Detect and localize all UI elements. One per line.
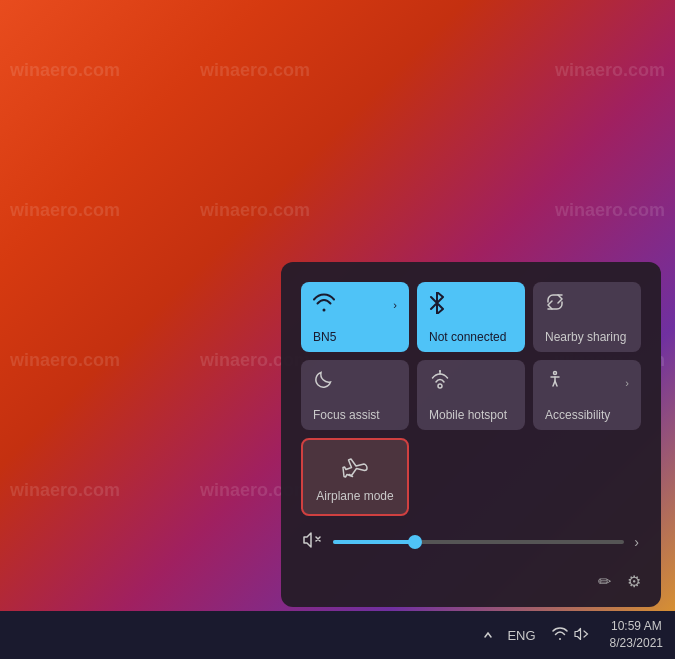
volume-row: ›: [301, 532, 641, 552]
bluetooth-icon: [429, 292, 445, 319]
settings-icon[interactable]: ⚙: [627, 572, 641, 591]
volume-expand-icon[interactable]: ›: [634, 534, 639, 550]
volume-thumb: [408, 535, 422, 549]
tile-focus-icon-row: [313, 370, 397, 395]
airplane-content: Airplane mode: [316, 453, 393, 503]
system-tray-chevron[interactable]: [477, 611, 499, 659]
wifi-chevron-icon[interactable]: ›: [393, 299, 397, 311]
qs-tile-grid: › BN5 Not connected: [301, 282, 641, 430]
accessibility-icon: [545, 370, 565, 395]
nearby-sharing-icon: [545, 292, 565, 317]
tile-nearby-sharing-label: Nearby sharing: [545, 330, 626, 344]
hotspot-icon: [429, 370, 451, 395]
taskbar-date: 8/23/2021: [610, 635, 663, 652]
tile-nearby-sharing[interactable]: Nearby sharing: [533, 282, 641, 352]
tile-nearby-icon-row: [545, 292, 629, 317]
taskbar-clock[interactable]: 10:59 AM 8/23/2021: [598, 611, 675, 659]
tile-bluetooth-label: Not connected: [429, 330, 506, 344]
volume-slider-container: [333, 540, 624, 544]
quick-settings-panel: › BN5 Not connected: [281, 262, 661, 607]
taskbar-status-icons: [544, 611, 598, 659]
tile-airplane-mode[interactable]: Airplane mode: [301, 438, 409, 516]
tile-hotspot-icon-row: [429, 370, 513, 395]
tile-wifi[interactable]: › BN5: [301, 282, 409, 352]
volume-fill: [333, 540, 415, 544]
accessibility-chevron-icon[interactable]: ›: [625, 377, 629, 389]
svg-point-0: [438, 384, 442, 388]
svg-point-1: [439, 370, 441, 372]
tile-mobile-hotspot[interactable]: Mobile hotspot: [417, 360, 525, 430]
tile-bluetooth-icon-row: [429, 292, 513, 319]
tile-bluetooth[interactable]: Not connected: [417, 282, 525, 352]
qs-bottom-bar: ✏ ⚙: [301, 564, 641, 591]
tile-focus-assist-label: Focus assist: [313, 408, 380, 422]
tile-airplane-label: Airplane mode: [316, 489, 393, 503]
volume-muted-icon: [303, 532, 323, 552]
taskbar-time: 10:59 AM: [611, 618, 662, 635]
language-indicator[interactable]: ENG: [499, 611, 543, 659]
tile-accessibility-icon-row: ›: [545, 370, 629, 395]
tile-accessibility-label: Accessibility: [545, 408, 610, 422]
edit-icon[interactable]: ✏: [598, 572, 611, 591]
tile-wifi-label: BN5: [313, 330, 336, 344]
taskbar-volume-icon: [574, 627, 590, 644]
volume-track: [333, 540, 624, 544]
tile-mobile-hotspot-label: Mobile hotspot: [429, 408, 507, 422]
qs-airplane-row: Airplane mode: [301, 438, 641, 516]
taskbar: ENG 10:59 AM 8/23/2021: [0, 611, 675, 659]
taskbar-wifi-icon: [552, 627, 568, 644]
tile-accessibility[interactable]: › Accessibility: [533, 360, 641, 430]
svg-point-2: [554, 372, 557, 375]
wifi-icon: [313, 292, 335, 317]
tile-wifi-icon-row: ›: [313, 292, 397, 317]
moon-icon: [313, 370, 333, 395]
tile-focus-assist[interactable]: Focus assist: [301, 360, 409, 430]
taskbar-right-area: ENG 10:59 AM 8/23/2021: [477, 611, 675, 659]
airplane-icon: [342, 453, 368, 485]
